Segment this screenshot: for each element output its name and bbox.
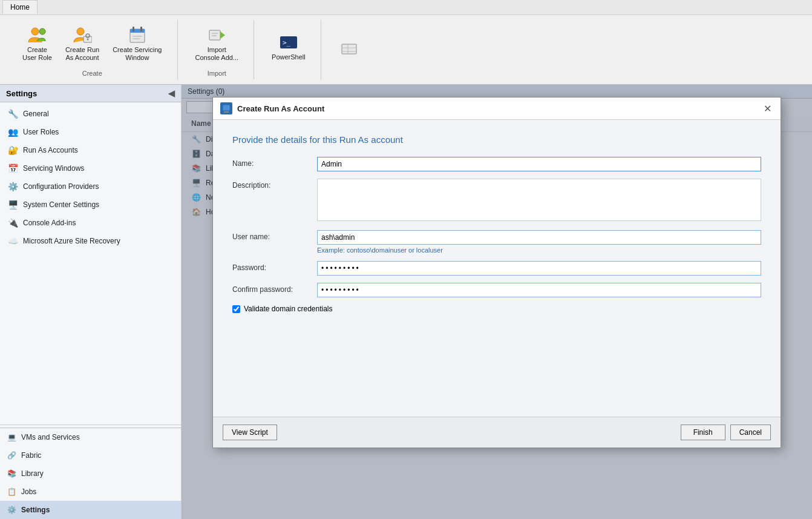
sidebar-item-azure-site-recovery-label: Microsoft Azure Site Recovery [23, 237, 120, 245]
sidebar-item-jobs-label: Jobs [21, 488, 36, 496]
powershell-label: PowerShell [272, 53, 306, 61]
sidebar-bottom: 💻 VMs and Services 🔗 Fabric 📚 Library 📋 … [0, 428, 181, 519]
sidebar-item-user-roles[interactable]: 👥 User Roles [0, 123, 181, 141]
ribbon-content: CreateUser Role Create Ru [0, 15, 812, 84]
import-group-label: Import [208, 70, 226, 77]
create-user-role-label: CreateUser Role [22, 46, 52, 62]
password-label: Password: [232, 261, 317, 272]
create-user-role-button[interactable]: CreateUser Role [17, 22, 57, 65]
configuration-providers-icon: ⚙️ [7, 181, 18, 192]
main-layout: Settings ◀ 🔧 General 👥 User Roles 🔐 Run … [0, 85, 812, 519]
tab-row: Home [0, 0, 812, 15]
jobs-icon: 📋 [7, 488, 16, 496]
modal-body: Provide the details for this Run As acco… [213, 120, 781, 417]
password-input[interactable] [317, 261, 761, 276]
sidebar-item-jobs[interactable]: 📋 Jobs [0, 483, 181, 501]
sidebar-item-system-center-settings-label: System Center Settings [23, 200, 99, 209]
sidebar-item-general-label: General [23, 110, 49, 118]
sidebar-item-servicing-windows-label: Servicing Windows [23, 164, 84, 173]
sidebar-title: Settings [6, 89, 37, 98]
form-row-name: Name: [232, 157, 761, 171]
username-field-container: Example: contoso\domainuser or localuser [317, 230, 761, 254]
create-servicing-window-button[interactable]: Create ServicingWindow [107, 22, 167, 65]
sidebar-item-console-add-ins-label: Console Add-ins [23, 219, 76, 227]
create-run-as-account-button[interactable]: Create RunAs Account [60, 22, 105, 65]
validate-checkbox-row: Validate domain credentials [232, 305, 761, 313]
modal-title: Create Run As Account [237, 104, 756, 113]
create-user-role-icon [27, 25, 47, 45]
finish-button[interactable]: Finish [681, 425, 725, 440]
user-roles-icon: 👥 [7, 127, 18, 137]
sidebar-item-azure-site-recovery[interactable]: ☁️ Microsoft Azure Site Recovery [0, 232, 181, 250]
azure-site-recovery-icon: ☁️ [7, 236, 18, 246]
view-script-button[interactable]: View Script [223, 425, 277, 440]
sidebar-item-configuration-providers-label: Configuration Providers [23, 182, 99, 191]
import-console-add-button[interactable]: ImportConsole Add... [190, 22, 244, 65]
name-input[interactable] [317, 157, 761, 171]
validate-label[interactable]: Validate domain credentials [244, 305, 333, 313]
svg-rect-7 [130, 29, 145, 33]
form-row-confirm-password: Confirm password: [232, 283, 761, 297]
sidebar-item-vms-services-label: VMs and Services [21, 433, 80, 441]
powershell-icon: >_ [279, 33, 298, 52]
password-field-container [317, 261, 761, 276]
modal-footer: View Script Finish Cancel [213, 417, 781, 448]
svg-point-2 [77, 28, 84, 35]
vms-services-icon: 💻 [7, 433, 16, 441]
ribbon-group-powershell: >_ PowerShell [257, 20, 321, 79]
sidebar-collapse-arrow[interactable]: ◀ [168, 88, 175, 98]
powershell-button[interactable]: >_ PowerShell [266, 30, 311, 64]
create-servicing-window-icon [128, 25, 147, 45]
sidebar-item-settings[interactable]: ⚙️ Settings [0, 501, 181, 519]
sidebar-item-system-center-settings[interactable]: 🖥️ System Center Settings [0, 196, 181, 214]
sidebar-item-library[interactable]: 📚 Library [0, 464, 181, 483]
sidebar-item-fabric-label: Fabric [21, 451, 41, 460]
settings-icon: ⚙️ [7, 506, 16, 514]
modal-close-button[interactable]: ✕ [761, 102, 773, 114]
tab-home[interactable]: Home [2, 0, 38, 14]
svg-point-0 [31, 28, 39, 35]
sidebar-item-general[interactable]: 🔧 General [0, 105, 181, 123]
create-run-as-account-icon [73, 25, 92, 45]
sidebar-item-fabric[interactable]: 🔗 Fabric [0, 446, 181, 464]
ribbon-group-create: CreateUser Role Create Ru [7, 20, 178, 79]
extra-button[interactable] [333, 36, 365, 63]
ribbon: Home CreateUser Role [0, 0, 812, 85]
sidebar-item-console-add-ins[interactable]: 🔌 Console Add-ins [0, 214, 181, 232]
svg-rect-23 [224, 111, 229, 113]
general-icon: 🔧 [7, 108, 18, 119]
validate-checkbox[interactable] [232, 305, 240, 313]
modal-overlay: Create Run As Account ✕ Provide the deta… [182, 85, 812, 519]
sidebar-item-servicing-windows[interactable]: 📅 Servicing Windows [0, 159, 181, 177]
library-icon: 📚 [7, 469, 16, 478]
console-add-ins-icon: 🔌 [7, 217, 18, 228]
svg-point-1 [39, 28, 45, 35]
sidebar-nav: 🔧 General 👥 User Roles 🔐 Run As Accounts… [0, 102, 181, 422]
form-row-description: Description: [232, 179, 761, 223]
sidebar-item-run-as-accounts[interactable]: 🔐 Run As Accounts [0, 141, 181, 159]
name-label: Name: [232, 157, 317, 168]
system-center-settings-icon: 🖥️ [7, 199, 18, 210]
description-field-container [317, 179, 761, 223]
svg-rect-12 [209, 30, 220, 40]
create-run-as-account-label: Create RunAs Account [65, 46, 99, 62]
username-input[interactable] [317, 230, 761, 245]
confirm-password-field-container [317, 283, 761, 297]
sidebar-item-configuration-providers[interactable]: ⚙️ Configuration Providers [0, 177, 181, 196]
confirm-password-label: Confirm password: [232, 283, 317, 294]
description-input[interactable] [317, 179, 761, 221]
username-hint: Example: contoso\domainuser or localuser [317, 246, 761, 254]
sidebar-item-library-label: Library [21, 469, 44, 478]
cancel-button[interactable]: Cancel [730, 425, 771, 440]
username-label: User name: [232, 230, 317, 241]
confirm-password-input[interactable] [317, 283, 761, 297]
modal-create-run-as-account: Create Run As Account ✕ Provide the deta… [212, 97, 781, 448]
modal-heading: Provide the details for this Run As acco… [232, 134, 761, 145]
sidebar-header: Settings ◀ [0, 85, 181, 102]
svg-rect-22 [223, 105, 230, 111]
sidebar-item-settings-label: Settings [21, 506, 50, 514]
description-label: Description: [232, 179, 317, 190]
sidebar-item-vms-services[interactable]: 💻 VMs and Services [0, 428, 181, 446]
svg-rect-11 [140, 27, 142, 31]
modal-titlebar: Create Run As Account ✕ [213, 98, 781, 120]
